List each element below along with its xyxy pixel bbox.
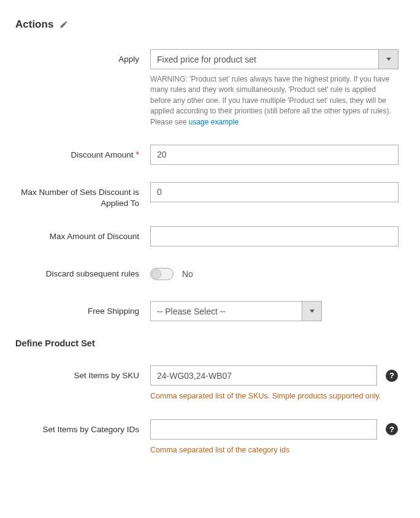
discard-value-label: No: [182, 269, 193, 279]
sku-label: Set Items by SKU: [74, 370, 139, 381]
free-shipping-select-value: -- Please Select --: [150, 301, 322, 321]
toggle-knob: [151, 269, 161, 279]
chevron-down-icon: [302, 301, 322, 321]
subsection-title: Define Product Set: [15, 338, 405, 348]
apply-label: Apply: [118, 54, 139, 65]
discount-amount-input[interactable]: [150, 145, 399, 165]
category-ids-input[interactable]: [150, 419, 377, 440]
field-discard: Discard subsequent rules No: [15, 264, 405, 284]
apply-warning-see: Please see: [150, 118, 189, 126]
section-title: Actions: [15, 18, 53, 31]
field-discount-amount: Discount Amount*: [15, 145, 405, 165]
field-max-amount: Max Amount of Discount: [15, 226, 405, 246]
apply-select[interactable]: Fixed price for product set: [150, 49, 399, 69]
chevron-down-icon: [378, 49, 399, 69]
field-free-shipping: Free Shipping -- Please Select --: [15, 301, 405, 321]
apply-warning-text: WARNING: 'Product set' rules always have…: [150, 75, 391, 115]
discard-toggle[interactable]: [150, 268, 174, 280]
free-shipping-label: Free Shipping: [88, 306, 139, 317]
usage-example-link[interactable]: usage example: [189, 118, 239, 126]
section-header[interactable]: Actions: [15, 18, 405, 31]
max-amount-input[interactable]: [150, 226, 399, 246]
max-sets-input[interactable]: [150, 182, 399, 202]
max-sets-label: Max Number of Sets Discount is Applied T…: [15, 187, 139, 209]
edit-icon: [59, 20, 68, 29]
field-apply: Apply Fixed price for product set WARNIN…: [15, 49, 405, 128]
apply-warning: WARNING: 'Product set' rules always have…: [150, 74, 399, 128]
category-ids-label: Set Items by Category IDs: [42, 424, 139, 435]
discount-amount-label: Discount Amount: [71, 150, 133, 161]
help-icon[interactable]: ?: [386, 423, 398, 435]
required-mark: *: [136, 150, 139, 159]
field-sku: Set Items by SKU ? Comma separated list …: [15, 365, 405, 402]
sku-note: Comma separated list of the SKUs. Simple…: [150, 390, 399, 402]
free-shipping-select[interactable]: -- Please Select --: [150, 301, 322, 321]
discard-label: Discard subsequent rules: [46, 269, 139, 280]
max-amount-label: Max Amount of Discount: [50, 231, 139, 242]
field-max-sets: Max Number of Sets Discount is Applied T…: [15, 182, 405, 209]
help-icon[interactable]: ?: [386, 370, 398, 382]
apply-select-value: Fixed price for product set: [150, 49, 399, 69]
field-category-ids: Set Items by Category IDs ? Comma separa…: [15, 419, 405, 455]
sku-input[interactable]: [150, 365, 377, 386]
category-ids-note: Comma separated list of the category ids: [150, 444, 399, 455]
